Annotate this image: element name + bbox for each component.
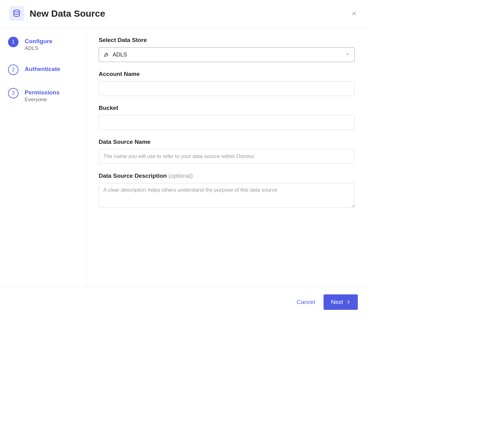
step-number: 3 bbox=[8, 88, 19, 98]
sidebar: 1 Configure ADLS 2 Authenticate 3 Permis… bbox=[0, 27, 86, 287]
close-button[interactable] bbox=[350, 10, 358, 17]
step-number: 1 bbox=[8, 37, 19, 47]
next-button[interactable]: Next bbox=[324, 294, 358, 310]
main-form: Select Data Store ADLS bbox=[86, 27, 367, 287]
step-subtitle: Everyone bbox=[25, 97, 60, 103]
label-bucket: Bucket bbox=[99, 105, 355, 111]
chevron-down-icon bbox=[345, 52, 350, 58]
svg-line-3 bbox=[107, 53, 107, 53]
close-icon bbox=[351, 11, 357, 16]
chevron-right-icon bbox=[346, 300, 350, 304]
input-data-source-name[interactable] bbox=[99, 149, 355, 164]
step-title: Configure bbox=[25, 38, 52, 45]
optional-text: (optional) bbox=[168, 172, 193, 179]
label-data-source-name: Data Source Name bbox=[99, 139, 355, 145]
field-data-source-description: Data Source Description (optional) bbox=[99, 172, 355, 209]
select-data-store[interactable]: ADLS bbox=[99, 47, 355, 62]
field-data-source-name: Data Source Name bbox=[99, 139, 355, 164]
field-data-store: Select Data Store ADLS bbox=[99, 37, 355, 62]
label-account-name: Account Name bbox=[99, 71, 355, 77]
dialog-body: 1 Configure ADLS 2 Authenticate 3 Permis… bbox=[0, 27, 367, 287]
page-title: New Data Source bbox=[30, 8, 105, 19]
input-bucket[interactable] bbox=[99, 115, 355, 130]
plug-icon bbox=[103, 52, 109, 58]
input-account-name[interactable] bbox=[99, 81, 355, 96]
step-title: Permissions bbox=[25, 89, 60, 96]
step-number: 2 bbox=[8, 64, 19, 75]
textarea-data-source-description[interactable] bbox=[99, 183, 355, 208]
step-authenticate[interactable]: 2 Authenticate bbox=[8, 64, 78, 75]
database-icon bbox=[9, 6, 24, 21]
label-data-store: Select Data Store bbox=[99, 37, 355, 44]
dialog-footer: Cancel Next bbox=[0, 287, 367, 312]
dialog-header: New Data Source bbox=[0, 0, 367, 27]
select-value: ADLS bbox=[113, 52, 345, 58]
step-configure[interactable]: 1 Configure ADLS bbox=[8, 37, 78, 52]
step-title: Authenticate bbox=[25, 66, 60, 73]
svg-point-0 bbox=[14, 10, 20, 12]
label-data-source-description: Data Source Description (optional) bbox=[99, 172, 355, 179]
step-permissions[interactable]: 3 Permissions Everyone bbox=[8, 88, 78, 103]
cancel-button[interactable]: Cancel bbox=[297, 299, 315, 305]
field-account-name: Account Name bbox=[99, 71, 355, 96]
step-subtitle: ADLS bbox=[25, 45, 52, 52]
svg-line-4 bbox=[108, 54, 108, 55]
field-bucket: Bucket bbox=[99, 105, 355, 130]
